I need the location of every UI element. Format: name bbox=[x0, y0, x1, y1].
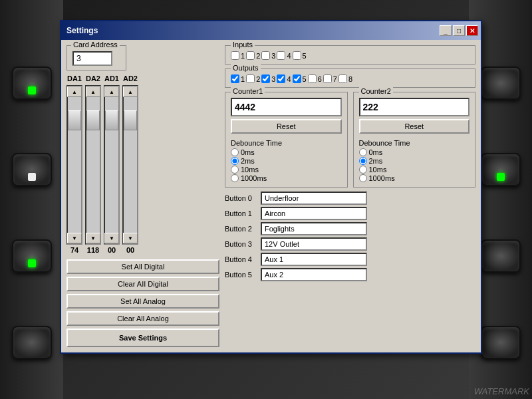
slider-value-ad2: 00 bbox=[126, 246, 134, 254]
save-settings-button[interactable]: Save Settings bbox=[66, 329, 219, 347]
clear-all-digital-button[interactable]: Clear AII Digital bbox=[66, 277, 219, 291]
counter1-input[interactable] bbox=[231, 98, 342, 116]
button-name-input-0[interactable] bbox=[261, 192, 367, 205]
inputs-legend: Inputs bbox=[231, 41, 255, 49]
counter1-reset-button[interactable]: Reset bbox=[231, 119, 342, 134]
button-name-input-5[interactable] bbox=[261, 268, 367, 281]
output-checkbox-5: 5 bbox=[293, 74, 307, 83]
titlebar-buttons: _ □ ✕ bbox=[440, 25, 478, 36]
output-checkbox-6: 6 bbox=[308, 74, 322, 83]
input-cb-5[interactable] bbox=[293, 51, 301, 60]
slider-thumb-da1[interactable] bbox=[68, 110, 81, 130]
counter2-debounce-1000ms: 1000ms bbox=[359, 174, 470, 182]
right-button-4[interactable] bbox=[481, 326, 521, 359]
sliders-area: DA1 ▲ ▼ 74 DA2 ▲ ▼ 118 AD1 ▲ ▼ 00 bbox=[66, 74, 219, 254]
slider-label-da1: DA1 bbox=[67, 74, 82, 82]
slider-up-arrow-da2[interactable]: ▲ bbox=[86, 86, 100, 97]
input-cb-1[interactable] bbox=[231, 51, 239, 60]
set-all-digital-button[interactable]: Set All Digital bbox=[66, 259, 219, 274]
button-name-input-4[interactable] bbox=[261, 253, 367, 266]
slider-down-arrow-da1[interactable]: ▼ bbox=[67, 233, 82, 243]
counter2-reset-button[interactable]: Reset bbox=[359, 119, 470, 134]
slider-up-arrow-da1[interactable]: ▲ bbox=[67, 86, 82, 97]
minimize-button[interactable]: _ bbox=[440, 25, 452, 36]
counter1-legend: Counter1 bbox=[231, 87, 265, 95]
output-checkbox-3: 3 bbox=[261, 74, 275, 83]
maximize-button[interactable]: □ bbox=[453, 25, 465, 36]
button-number-label-1: Button 1 bbox=[225, 209, 258, 217]
inputs-group: Inputs 12345 bbox=[225, 45, 475, 65]
set-all-analog-button[interactable]: Set All Analog bbox=[66, 294, 219, 309]
right-button-1[interactable] bbox=[481, 66, 521, 100]
input-cb-2[interactable] bbox=[246, 51, 255, 60]
slider-da2: DA2 ▲ ▼ 118 bbox=[85, 74, 101, 254]
slider-down-arrow-da2[interactable]: ▼ bbox=[86, 233, 100, 243]
right-button-3[interactable] bbox=[481, 239, 521, 273]
input-checkbox-3: 3 bbox=[261, 51, 275, 60]
slider-label-ad2: AD2 bbox=[123, 74, 138, 82]
slider-value-ad1: 00 bbox=[108, 246, 116, 254]
slider-track-ad2: ▲ ▼ bbox=[122, 85, 138, 245]
input-cb-3[interactable] bbox=[261, 51, 270, 60]
slider-up-arrow-ad1[interactable]: ▲ bbox=[104, 86, 119, 97]
output-checkbox-4: 4 bbox=[277, 74, 291, 83]
counter1-debounce-label: Debounce Time bbox=[231, 139, 342, 147]
slider-thumb-da2[interactable] bbox=[86, 110, 100, 130]
slider-thumb-ad1[interactable] bbox=[105, 110, 118, 130]
slider-track-ad1: ▲ ▼ bbox=[104, 85, 120, 245]
slider-down-arrow-ad1[interactable]: ▼ bbox=[104, 233, 119, 243]
action-buttons-area: Set All Digital Clear AII Digital Set Al… bbox=[66, 259, 219, 347]
counter2-debounce-2ms: 2ms bbox=[359, 157, 470, 165]
output-checkbox-2: 2 bbox=[246, 74, 260, 83]
button-number-label-5: Button 5 bbox=[225, 271, 258, 279]
dialog-close-button[interactable]: ✕ bbox=[466, 25, 478, 36]
button-number-label-2: Button 2 bbox=[225, 225, 258, 233]
output-cb-8[interactable] bbox=[338, 74, 347, 83]
button-name-input-1[interactable] bbox=[261, 207, 367, 220]
output-cb-3[interactable] bbox=[261, 74, 270, 83]
counter1-group: Counter1 Reset Debounce Time 0ms 2ms bbox=[225, 92, 348, 188]
slider-down-arrow-ad2[interactable]: ▼ bbox=[123, 233, 138, 243]
output-cb-5[interactable] bbox=[293, 74, 301, 83]
dialog-titlebar: Settings _ □ ✕ bbox=[61, 21, 481, 40]
inputs-checkboxes: 12345 bbox=[231, 51, 469, 60]
slider-thumb-ad2[interactable] bbox=[124, 110, 137, 130]
settings-dialog: Settings _ □ ✕ Card Address DA1 ▲ bbox=[60, 20, 482, 354]
counter2-group: Counter2 Reset Debounce Time 0ms 2ms bbox=[353, 92, 476, 188]
counter1-debounce-0ms: 0ms bbox=[231, 148, 342, 156]
output-cb-6[interactable] bbox=[308, 74, 317, 83]
output-cb-4[interactable] bbox=[277, 74, 285, 83]
slider-inner-da1 bbox=[68, 97, 81, 233]
counter2-debounce-0ms: 0ms bbox=[359, 148, 470, 156]
left-button-2[interactable] bbox=[12, 153, 52, 186]
input-checkbox-5: 5 bbox=[293, 51, 307, 60]
left-side-panel bbox=[0, 0, 63, 399]
counter2-input[interactable] bbox=[359, 98, 470, 116]
output-cb-2[interactable] bbox=[246, 74, 255, 83]
slider-inner-ad1 bbox=[105, 97, 118, 233]
output-cb-1[interactable] bbox=[231, 74, 239, 83]
counter1-debounce-1000ms: 1000ms bbox=[231, 174, 342, 182]
main-layout-row: Card Address DA1 ▲ ▼ 74 DA2 ▲ ▼ bbox=[66, 45, 475, 347]
button-label-row-2: Button 2 bbox=[225, 222, 475, 235]
output-checkbox-7: 7 bbox=[323, 74, 337, 83]
outputs-checkboxes: 12345678 bbox=[231, 74, 469, 83]
slider-track-da2: ▲ ▼ bbox=[85, 85, 101, 245]
slider-value-da1: 74 bbox=[70, 246, 78, 254]
button-name-input-2[interactable] bbox=[261, 222, 367, 235]
slider-ad1: AD1 ▲ ▼ 00 bbox=[104, 74, 120, 254]
left-button-3[interactable] bbox=[12, 239, 52, 273]
left-button-4[interactable] bbox=[12, 326, 52, 359]
output-checkbox-1: 1 bbox=[231, 74, 245, 83]
button-name-input-3[interactable] bbox=[261, 237, 367, 251]
slider-inner-da2 bbox=[86, 97, 100, 233]
right-button-2[interactable] bbox=[481, 153, 521, 186]
input-cb-4[interactable] bbox=[277, 51, 285, 60]
output-cb-7[interactable] bbox=[323, 74, 332, 83]
card-address-input[interactable] bbox=[72, 51, 112, 66]
slider-up-arrow-ad2[interactable]: ▲ bbox=[123, 86, 138, 97]
counter2-debounce: Debounce Time 0ms 2ms 10ms 1000 bbox=[359, 139, 470, 182]
left-button-1[interactable] bbox=[12, 66, 52, 100]
clear-all-analog-button[interactable]: Clear All Analog bbox=[66, 311, 219, 326]
button-label-row-4: Button 4 bbox=[225, 253, 475, 266]
